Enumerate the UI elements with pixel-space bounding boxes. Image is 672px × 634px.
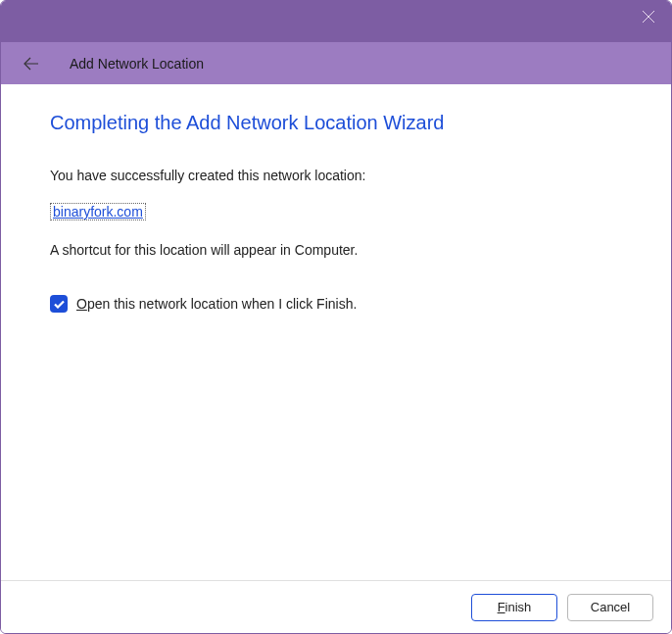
finish-hotkey: F [498, 600, 505, 614]
page-heading: Completing the Add Network Location Wiza… [50, 112, 622, 134]
open-location-checkbox-row: Open this network location when I click … [50, 295, 622, 313]
wizard-window: Add Network Location Completing the Add … [0, 0, 672, 634]
checkbox-hotkey: O [76, 296, 87, 312]
footer-bar: Finish Cancel [1, 580, 671, 633]
finish-button[interactable]: Finish [471, 594, 557, 621]
titlebar-sub: Add Network Location [1, 42, 671, 84]
checkbox-text: pen this network location when I click F… [87, 296, 357, 312]
check-icon [54, 300, 65, 309]
close-button[interactable] [626, 1, 671, 32]
location-link[interactable]: binaryfork.com [50, 203, 146, 220]
arrow-left-icon [24, 57, 39, 71]
close-icon [643, 11, 654, 23]
titlebar-top [1, 1, 671, 42]
window-title: Add Network Location [70, 56, 204, 72]
open-location-checkbox[interactable] [50, 295, 68, 313]
back-button[interactable] [23, 55, 40, 73]
cancel-button[interactable]: Cancel [567, 594, 653, 621]
content-area: Completing the Add Network Location Wiza… [1, 84, 671, 580]
finish-text: inish [505, 600, 532, 614]
shortcut-message: A shortcut for this location will appear… [50, 242, 622, 258]
open-location-checkbox-label[interactable]: Open this network location when I click … [76, 296, 357, 312]
success-message: You have successfully created this netwo… [50, 168, 622, 183]
